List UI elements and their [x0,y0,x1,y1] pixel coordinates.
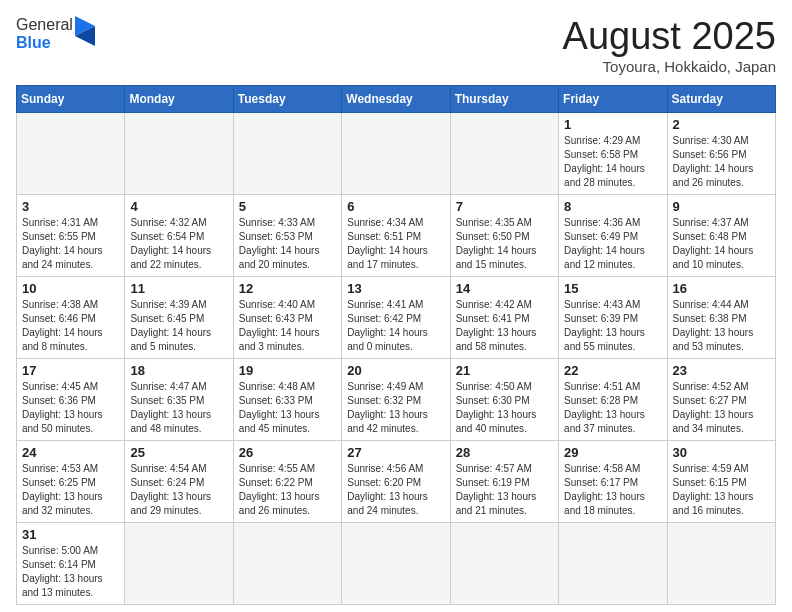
day-info: Sunrise: 4:43 AM Sunset: 6:39 PM Dayligh… [564,298,661,354]
day-info: Sunrise: 4:55 AM Sunset: 6:22 PM Dayligh… [239,462,336,518]
calendar-cell [559,522,667,604]
day-info: Sunrise: 4:51 AM Sunset: 6:28 PM Dayligh… [564,380,661,436]
day-info: Sunrise: 4:34 AM Sunset: 6:51 PM Dayligh… [347,216,444,272]
header: GeneralBlue August 2025 Toyoura, Hokkaid… [16,16,776,75]
day-number: 9 [673,199,770,214]
calendar-cell: 29Sunrise: 4:58 AM Sunset: 6:17 PM Dayli… [559,440,667,522]
day-number: 30 [673,445,770,460]
day-info: Sunrise: 5:00 AM Sunset: 6:14 PM Dayligh… [22,544,119,600]
calendar-cell [342,112,450,194]
logo-blue-text: Blue [16,34,51,51]
day-number: 12 [239,281,336,296]
calendar-cell [667,522,775,604]
calendar-cell: 25Sunrise: 4:54 AM Sunset: 6:24 PM Dayli… [125,440,233,522]
day-number: 27 [347,445,444,460]
day-number: 16 [673,281,770,296]
calendar-cell: 15Sunrise: 4:43 AM Sunset: 6:39 PM Dayli… [559,276,667,358]
calendar-week-row: 3Sunrise: 4:31 AM Sunset: 6:55 PM Daylig… [17,194,776,276]
day-number: 11 [130,281,227,296]
day-info: Sunrise: 4:40 AM Sunset: 6:43 PM Dayligh… [239,298,336,354]
calendar-header-friday: Friday [559,85,667,112]
calendar-cell: 22Sunrise: 4:51 AM Sunset: 6:28 PM Dayli… [559,358,667,440]
calendar-cell [125,112,233,194]
day-number: 8 [564,199,661,214]
day-info: Sunrise: 4:52 AM Sunset: 6:27 PM Dayligh… [673,380,770,436]
day-info: Sunrise: 4:50 AM Sunset: 6:30 PM Dayligh… [456,380,553,436]
calendar-cell: 3Sunrise: 4:31 AM Sunset: 6:55 PM Daylig… [17,194,125,276]
day-info: Sunrise: 4:31 AM Sunset: 6:55 PM Dayligh… [22,216,119,272]
calendar-cell: 10Sunrise: 4:38 AM Sunset: 6:46 PM Dayli… [17,276,125,358]
day-number: 23 [673,363,770,378]
day-number: 18 [130,363,227,378]
calendar-week-row: 17Sunrise: 4:45 AM Sunset: 6:36 PM Dayli… [17,358,776,440]
calendar-cell: 5Sunrise: 4:33 AM Sunset: 6:53 PM Daylig… [233,194,341,276]
calendar-cell [450,522,558,604]
day-number: 22 [564,363,661,378]
calendar-cell: 11Sunrise: 4:39 AM Sunset: 6:45 PM Dayli… [125,276,233,358]
calendar-header-thursday: Thursday [450,85,558,112]
calendar-cell [450,112,558,194]
calendar-header-sunday: Sunday [17,85,125,112]
day-info: Sunrise: 4:39 AM Sunset: 6:45 PM Dayligh… [130,298,227,354]
day-number: 17 [22,363,119,378]
day-info: Sunrise: 4:36 AM Sunset: 6:49 PM Dayligh… [564,216,661,272]
title-area: August 2025 Toyoura, Hokkaido, Japan [563,16,776,75]
calendar: SundayMondayTuesdayWednesdayThursdayFrid… [16,85,776,605]
calendar-week-row: 24Sunrise: 4:53 AM Sunset: 6:25 PM Dayli… [17,440,776,522]
day-number: 19 [239,363,336,378]
calendar-week-row: 10Sunrise: 4:38 AM Sunset: 6:46 PM Dayli… [17,276,776,358]
day-number: 24 [22,445,119,460]
calendar-cell: 14Sunrise: 4:42 AM Sunset: 6:41 PM Dayli… [450,276,558,358]
day-number: 13 [347,281,444,296]
day-number: 10 [22,281,119,296]
calendar-header-tuesday: Tuesday [233,85,341,112]
day-info: Sunrise: 4:54 AM Sunset: 6:24 PM Dayligh… [130,462,227,518]
calendar-cell: 21Sunrise: 4:50 AM Sunset: 6:30 PM Dayli… [450,358,558,440]
calendar-cell: 28Sunrise: 4:57 AM Sunset: 6:19 PM Dayli… [450,440,558,522]
calendar-cell: 17Sunrise: 4:45 AM Sunset: 6:36 PM Dayli… [17,358,125,440]
calendar-cell: 18Sunrise: 4:47 AM Sunset: 6:35 PM Dayli… [125,358,233,440]
calendar-cell: 19Sunrise: 4:48 AM Sunset: 6:33 PM Dayli… [233,358,341,440]
calendar-cell [233,522,341,604]
calendar-cell: 6Sunrise: 4:34 AM Sunset: 6:51 PM Daylig… [342,194,450,276]
calendar-cell [233,112,341,194]
day-number: 2 [673,117,770,132]
day-number: 1 [564,117,661,132]
day-info: Sunrise: 4:29 AM Sunset: 6:58 PM Dayligh… [564,134,661,190]
day-info: Sunrise: 4:38 AM Sunset: 6:46 PM Dayligh… [22,298,119,354]
calendar-cell: 1Sunrise: 4:29 AM Sunset: 6:58 PM Daylig… [559,112,667,194]
day-info: Sunrise: 4:45 AM Sunset: 6:36 PM Dayligh… [22,380,119,436]
calendar-cell: 13Sunrise: 4:41 AM Sunset: 6:42 PM Dayli… [342,276,450,358]
day-number: 28 [456,445,553,460]
calendar-header-row: SundayMondayTuesdayWednesdayThursdayFrid… [17,85,776,112]
calendar-header-wednesday: Wednesday [342,85,450,112]
calendar-cell: 12Sunrise: 4:40 AM Sunset: 6:43 PM Dayli… [233,276,341,358]
calendar-cell: 24Sunrise: 4:53 AM Sunset: 6:25 PM Dayli… [17,440,125,522]
calendar-cell: 23Sunrise: 4:52 AM Sunset: 6:27 PM Dayli… [667,358,775,440]
calendar-cell: 4Sunrise: 4:32 AM Sunset: 6:54 PM Daylig… [125,194,233,276]
calendar-week-row: 1Sunrise: 4:29 AM Sunset: 6:58 PM Daylig… [17,112,776,194]
calendar-cell [17,112,125,194]
day-number: 20 [347,363,444,378]
calendar-cell: 31Sunrise: 5:00 AM Sunset: 6:14 PM Dayli… [17,522,125,604]
day-number: 31 [22,527,119,542]
calendar-cell: 16Sunrise: 4:44 AM Sunset: 6:38 PM Dayli… [667,276,775,358]
day-number: 6 [347,199,444,214]
day-info: Sunrise: 4:59 AM Sunset: 6:15 PM Dayligh… [673,462,770,518]
day-number: 25 [130,445,227,460]
calendar-cell [125,522,233,604]
day-info: Sunrise: 4:49 AM Sunset: 6:32 PM Dayligh… [347,380,444,436]
calendar-cell: 9Sunrise: 4:37 AM Sunset: 6:48 PM Daylig… [667,194,775,276]
day-number: 7 [456,199,553,214]
location-title: Toyoura, Hokkaido, Japan [563,58,776,75]
calendar-cell: 2Sunrise: 4:30 AM Sunset: 6:56 PM Daylig… [667,112,775,194]
calendar-cell: 8Sunrise: 4:36 AM Sunset: 6:49 PM Daylig… [559,194,667,276]
day-number: 26 [239,445,336,460]
day-number: 5 [239,199,336,214]
day-info: Sunrise: 4:53 AM Sunset: 6:25 PM Dayligh… [22,462,119,518]
month-title: August 2025 [563,16,776,58]
calendar-cell: 7Sunrise: 4:35 AM Sunset: 6:50 PM Daylig… [450,194,558,276]
day-number: 4 [130,199,227,214]
calendar-cell: 27Sunrise: 4:56 AM Sunset: 6:20 PM Dayli… [342,440,450,522]
day-number: 14 [456,281,553,296]
